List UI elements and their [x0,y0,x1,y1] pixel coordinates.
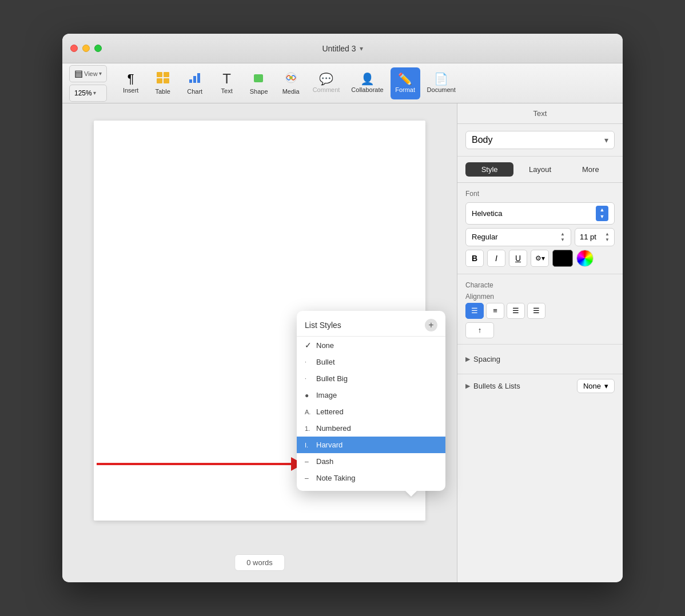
style-stepper-down[interactable]: ▼ [560,237,565,243]
bullets-label: ▶ Bullets & Lists [465,382,520,390]
image-bullet-icon: ● [305,391,316,399]
app-window: Untitled 3 ▾ ▤ View ▾ 125% ▾ ¶ Insert [62,34,623,582]
zoom-value: 125% [74,89,92,97]
style-stepper[interactable]: ▲ ▼ [560,231,565,242]
title-dropdown-icon[interactable]: ▾ [360,45,363,53]
insert-icon: ¶ [128,73,134,85]
text-options-button[interactable]: ⚙▾ [531,250,549,267]
text-icon: T [222,72,231,86]
toolbar-document[interactable]: 📄 Document [423,67,460,99]
font-style-select[interactable]: Regular ▲ ▼ [465,228,571,246]
minimize-button[interactable] [82,45,90,52]
tab-layout[interactable]: Layout [516,162,564,177]
media-icon [284,71,298,86]
tab-more[interactable]: More [567,162,615,177]
shape-icon [252,71,266,86]
media-label: Media [282,88,300,95]
document-label: Document [427,86,456,93]
svg-rect-5 [193,76,196,83]
list-style-harvard[interactable]: I. Harvard [297,437,445,453]
format-icon: ✏️ [398,73,412,85]
spacing-arrow-icon: ▶ [465,355,470,363]
toolbar-insert[interactable]: ¶ Insert [116,67,146,99]
style-dropdown[interactable]: Body ▾ [465,131,615,149]
table-icon [156,71,170,86]
harvard-icon: I. [305,442,316,449]
popup-add-button[interactable]: + [425,319,437,331]
collaborate-icon: 👤 [360,73,375,85]
list-style-note-taking[interactable]: – Note Taking [297,470,445,486]
close-button[interactable] [70,45,78,52]
title-area: Untitled 3 ▾ [322,44,363,53]
main-content: 0 words Text Body ▾ St [62,103,623,582]
toolbar-table[interactable]: Table [148,67,178,99]
list-style-bullet-big[interactable]: · Bullet Big [297,370,445,387]
toolbar-media[interactable]: Media [276,67,306,99]
align-justify-button[interactable]: ☰ [527,303,545,319]
numbered-icon: 1. [305,425,316,432]
size-stepper[interactable]: ▲ ▼ [605,231,610,242]
maximize-button[interactable] [94,45,102,52]
spacing-toggle[interactable]: ▶ Spacing [465,351,615,367]
font-name-select[interactable]: Helvetica ▲ ▼ [465,202,615,225]
svg-rect-2 [157,78,162,83]
align-right-button[interactable]: ☰ [507,303,525,319]
panel-header: Text [457,103,623,124]
style-stepper-up[interactable]: ▲ [560,231,565,237]
text-label: Text [221,87,233,94]
chart-label: Chart [187,88,202,95]
zoom-button[interactable]: 125% ▾ [69,85,107,102]
align-left-button[interactable]: ☰ [465,303,484,319]
alignment-row: ☰ ≡ ☰ ☰ [465,303,615,319]
arrow-annotation [97,457,304,471]
font-stepper-up[interactable]: ▲ [600,207,605,214]
align-center-button[interactable]: ≡ [486,303,504,319]
title-bar: Untitled 3 ▾ [62,34,623,63]
italic-button[interactable]: I [487,250,505,267]
list-style-numbered[interactable]: 1. Numbered [297,420,445,437]
lettered-icon: A. [305,409,316,415]
tab-style[interactable]: Style [465,162,513,177]
font-size-select[interactable]: 11 pt ▲ ▼ [575,228,615,246]
bold-button[interactable]: B [465,250,484,267]
spacing-section[interactable]: ▶ Spacing [457,345,623,374]
list-style-dash[interactable]: – Dash [297,453,445,470]
indent-in-button[interactable]: ↑ [465,322,494,338]
right-panel: Text Body ▾ Style Layout More [457,103,623,582]
toolbar-shape[interactable]: Shape [244,67,274,99]
font-format-row: B I U ⚙▾ [465,250,615,267]
bullets-arrow-icon: ▶ [465,382,470,390]
dash-icon: – [305,458,316,466]
arrow-line [97,463,291,465]
list-style-none[interactable]: ✓ None [297,337,445,354]
font-stepper[interactable]: ▲ ▼ [596,206,608,221]
size-stepper-down[interactable]: ▼ [605,237,610,243]
list-style-lettered[interactable]: A. Lettered [297,403,445,420]
svg-point-10 [290,77,292,79]
character-label: Characte [465,281,615,289]
view-chevron-icon: ▾ [99,70,102,77]
alignment-label: Alignmen [465,293,615,301]
svg-rect-4 [189,79,192,83]
list-styles-popup: List Styles + ✓ None · Bullet · Bullet B… [297,311,445,491]
list-style-bullet[interactable]: · Bullet [297,354,445,370]
underline-button[interactable]: U [509,250,527,267]
view-button[interactable]: ▤ View ▾ [69,65,107,82]
list-style-image[interactable]: ● Image [297,387,445,403]
color-wheel-button[interactable] [576,250,594,267]
font-stepper-down[interactable]: ▼ [600,214,605,221]
toolbar-comment[interactable]: 💬 Comment [308,67,345,99]
bullets-dropdown[interactable]: None ▾ [577,379,615,393]
toolbar-format[interactable]: ✏️ Format [391,67,420,99]
toolbar: ▤ View ▾ 125% ▾ ¶ Insert Table [62,63,623,103]
size-stepper-up[interactable]: ▲ [605,231,610,237]
bullet-big-dot-icon: · [305,375,316,382]
check-icon: ✓ [305,341,316,350]
toolbar-text[interactable]: T Text [212,67,242,99]
toolbar-chart[interactable]: Chart [180,67,210,99]
view-label: View [84,70,98,77]
indent-row: ↑ [465,322,615,338]
toolbar-collaborate[interactable]: 👤 Collaborate [347,67,388,99]
bullet-dot-icon: · [305,359,316,365]
text-color-swatch[interactable] [552,250,573,267]
